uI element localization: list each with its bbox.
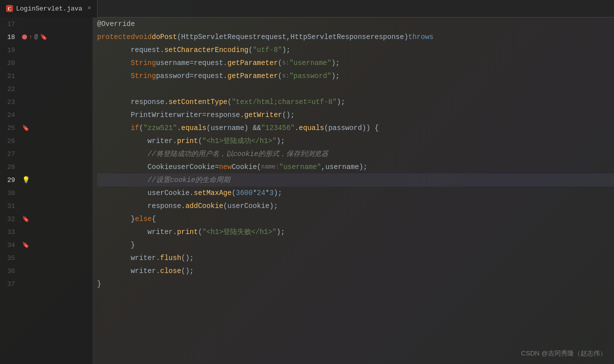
code-text-24-p: . xyxy=(240,111,244,119)
code-line-36: writer . close (); xyxy=(97,264,614,278)
code-text-25-m1: equals xyxy=(181,124,206,132)
code-text-20-p3: ); xyxy=(331,59,340,67)
code-text-24-var: writer xyxy=(177,111,202,119)
gutter-row-18: 18 ↑ @ 🔖 xyxy=(0,30,93,44)
code-text-33-m: print xyxy=(177,228,198,236)
code-line-35: writer . flush (); xyxy=(97,252,614,264)
code-text-19: request xyxy=(97,46,160,54)
code-text-27-comment: //将登陆成功的用户名，以cookie的形式，保存到浏览器 xyxy=(148,150,328,158)
code-text-18-p3: ) xyxy=(404,33,408,41)
code-text-35-indent xyxy=(97,254,131,262)
bookmark-icon-32: 🔖 xyxy=(22,216,30,223)
line-num-25: 25 xyxy=(0,124,20,132)
code-text-35-w: writer xyxy=(131,254,156,262)
code-text-18-throws: throws xyxy=(408,33,433,41)
code-text-30-p3: ); xyxy=(274,189,282,197)
code-line-33: writer . print ( "<h1>登陆失败</h1>" ); xyxy=(97,226,614,238)
code-text-30-op2: * xyxy=(265,189,269,197)
gutter-row-27: 27 xyxy=(0,148,93,160)
gutter-row-32: 32 🔖 xyxy=(0,212,93,226)
code-text-34-brace: } xyxy=(131,241,135,249)
code-text-36-indent xyxy=(97,267,131,275)
code-text-23-p3: ); xyxy=(337,98,345,106)
code-text-36-m: close xyxy=(160,267,181,275)
code-text-26-p2: ( xyxy=(198,137,202,145)
code-area: 17 18 ↑ @ 🔖 19 20 xyxy=(0,18,614,364)
code-text-25-p3: ( xyxy=(206,124,210,132)
code-text-31-indent xyxy=(97,202,148,210)
gutter-icons-18: ↑ @ 🔖 xyxy=(20,34,93,41)
gutter-row-37: 37 xyxy=(0,278,93,290)
code-line-22 xyxy=(97,82,614,96)
code-text-28-p3: ); xyxy=(359,163,367,171)
line-num-34: 34 xyxy=(0,242,20,249)
editor-tab[interactable]: C LoginServlet.java × xyxy=(0,0,98,18)
code-text-18-p2: , xyxy=(286,33,290,41)
code-text-29-comment: //设置cookie的生命周期 xyxy=(148,176,230,184)
code-line-37: } xyxy=(97,278,614,290)
code-text-31-p3: ); xyxy=(270,202,278,210)
code-text-28-var: userCookie xyxy=(173,163,215,171)
code-text-28-v: username xyxy=(325,163,359,171)
code-text-31-p: . xyxy=(181,202,185,210)
code-text-29-indent xyxy=(97,176,148,184)
code-content[interactable]: @Override protected void doPost ( HttpSe… xyxy=(93,18,614,364)
code-text-32-indent xyxy=(97,215,131,223)
code-text-26-p3: ); xyxy=(277,137,285,145)
gutter-row-36: 36 xyxy=(0,264,93,278)
code-text-24-p2: (); xyxy=(282,111,295,119)
code-text-28-new: new xyxy=(219,163,232,171)
code-text-35-p: . xyxy=(156,254,160,262)
editor-container: C LoginServlet.java × 17 18 ↑ @ 🔖 xyxy=(0,0,614,364)
code-text-19-p2: ( xyxy=(248,46,252,54)
gutter-row-35: 35 xyxy=(0,252,93,264)
tab-close-button[interactable]: × xyxy=(88,5,91,12)
code-text-21-m: getParameter xyxy=(227,72,278,80)
line-num-23: 23 xyxy=(0,98,20,106)
code-text-28-hint: name: xyxy=(261,164,279,170)
code-text-32-brace: } xyxy=(131,215,135,223)
lightbulb-icon-29[interactable]: 💡 xyxy=(22,176,30,184)
line-num-26: 26 xyxy=(0,138,20,145)
code-text-30-p2: ( xyxy=(232,189,236,197)
code-line-18: protected void doPost ( HttpServletReque… xyxy=(97,30,614,44)
code-text-32-p: { xyxy=(152,215,156,223)
code-text-18-kw1: protected xyxy=(97,33,135,41)
code-text-21-p3: ); xyxy=(331,72,340,80)
gutter-row-34: 34 🔖 xyxy=(0,238,93,252)
code-text-37-brace: } xyxy=(97,280,101,288)
code-text-26-p: . xyxy=(173,137,177,145)
code-text-21-indent xyxy=(97,72,131,80)
gutter-row-21: 21 xyxy=(0,70,93,82)
code-text-33-indent xyxy=(97,228,148,236)
code-text-26-m: print xyxy=(177,137,198,145)
line-num-31: 31 xyxy=(0,202,20,210)
bookmark-icon-18: 🔖 xyxy=(40,34,48,41)
code-text-21-kw: String xyxy=(131,72,156,80)
code-text-18-var1: request xyxy=(257,33,286,41)
code-text-30-indent xyxy=(97,189,148,197)
gutter-row-24: 24 xyxy=(0,108,93,122)
code-text-33-p: . xyxy=(173,228,177,236)
line-num-32: 32 xyxy=(0,216,20,223)
code-text-35-p2: (); xyxy=(181,254,194,262)
code-text-36-p: . xyxy=(156,267,160,275)
code-text-25-if: if xyxy=(131,124,139,132)
code-text-25-p4: ) && xyxy=(244,124,261,132)
code-text-21-req: request xyxy=(194,72,223,80)
code-text-28-cls: Cookie xyxy=(232,163,257,171)
code-text-28-p2: , xyxy=(321,163,325,171)
code-text-20-req: request xyxy=(194,59,223,67)
code-text-33-s: "<h1>登陆失败</h1>" xyxy=(202,228,276,236)
gutter-row-30: 30 xyxy=(0,186,93,200)
code-line-17: @Override xyxy=(97,18,614,30)
code-text-36-p2: (); xyxy=(181,267,194,275)
code-text-18-type2: HttpServletResponse xyxy=(291,33,371,41)
code-text-18-type1: HttpServletRequest xyxy=(181,33,257,41)
code-text-19-s: "utf-8" xyxy=(253,46,282,54)
code-text-21-p2: ( xyxy=(278,72,282,80)
code-text-28-type: Cookie xyxy=(148,163,173,171)
line-num-27: 27 xyxy=(0,150,20,158)
code-text-23-resp: response xyxy=(131,98,164,106)
breakpoint-icon[interactable] xyxy=(22,34,27,40)
